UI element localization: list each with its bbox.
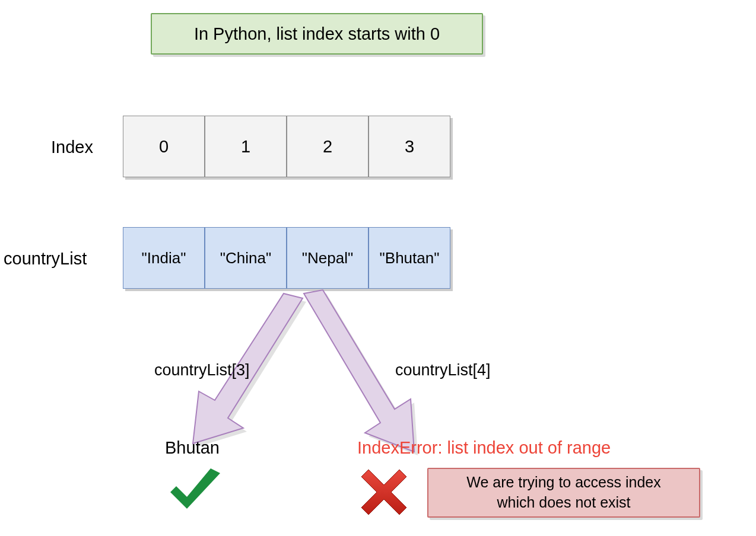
- title-text: In Python, list index starts with 0: [194, 24, 440, 44]
- list-value: "India": [142, 249, 186, 267]
- index-cell: 1: [205, 116, 287, 177]
- list-cell: "Nepal": [287, 227, 369, 289]
- check-icon: [164, 468, 226, 516]
- index-value: 0: [159, 137, 169, 157]
- error-note-box: We are trying to access index which does…: [427, 468, 700, 518]
- index-cell: 2: [287, 116, 369, 177]
- index-row: 0 1 2 3: [123, 116, 450, 177]
- list-cell: "India": [123, 227, 205, 289]
- list-value: "Bhutan": [380, 249, 440, 267]
- left-result: Bhutan: [165, 438, 220, 458]
- index-label: Index: [51, 138, 93, 157]
- index-value: 2: [323, 137, 332, 157]
- index-value: 3: [405, 137, 414, 157]
- left-expression: countryList[3]: [154, 361, 250, 379]
- error-note-line: We are trying to access index: [466, 473, 660, 493]
- index-value: 1: [241, 137, 250, 157]
- index-cell: 3: [369, 116, 450, 177]
- list-cell: "Bhutan": [369, 227, 450, 289]
- error-note-line: which does not exist: [497, 493, 630, 513]
- list-label: countryList: [4, 249, 87, 269]
- index-cell: 0: [123, 116, 205, 177]
- error-message: IndexError: list index out of range: [357, 438, 611, 458]
- list-value: "Nepal": [302, 249, 353, 267]
- list-cell: "China": [205, 227, 287, 289]
- right-expression: countryList[4]: [395, 361, 491, 379]
- title-banner: In Python, list index starts with 0: [151, 13, 483, 55]
- list-value: "China": [220, 249, 271, 267]
- list-row: "India" "China" "Nepal" "Bhutan": [123, 227, 450, 289]
- cross-icon: [360, 468, 408, 516]
